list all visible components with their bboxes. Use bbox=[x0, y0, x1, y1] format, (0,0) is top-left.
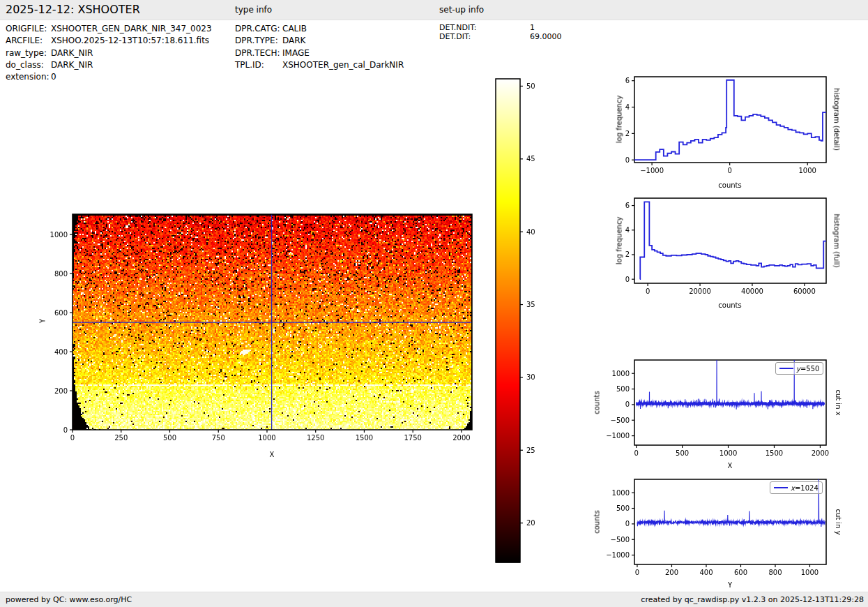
field-label: ARCFILE: bbox=[6, 36, 43, 45]
field-label: TPL.ID: bbox=[235, 60, 264, 70]
field-value: 69.0000 bbox=[530, 32, 562, 41]
hist-full-xlabel: counts bbox=[718, 301, 741, 309]
field-label: DPR.CATG: bbox=[235, 24, 280, 33]
legend-text: y=550 bbox=[796, 365, 819, 373]
field-label: extension: bbox=[6, 72, 50, 82]
cut-y-xlabel: Y bbox=[728, 581, 732, 589]
field-value: XSHOO.2025-12-13T10:57:18.611.fits bbox=[51, 36, 209, 45]
hist-detail-xlabel: counts bbox=[718, 181, 741, 189]
type-info-section-label: type info bbox=[235, 5, 272, 15]
histogram-detail-canvas bbox=[614, 68, 844, 187]
field-value: IMAGE bbox=[282, 48, 310, 58]
cut-y-ylabel: counts bbox=[593, 510, 601, 533]
field-value: DARK_NIR bbox=[51, 60, 93, 70]
field-value: DARK bbox=[282, 36, 305, 45]
main-image-canvas bbox=[42, 202, 495, 471]
field-label: DET.DIT: bbox=[439, 32, 471, 41]
legend-text: x=1024 bbox=[791, 484, 818, 492]
field-label: DET.NDIT: bbox=[439, 23, 477, 32]
field-label: raw_type: bbox=[6, 48, 47, 58]
cut-y-right-label: cut in y bbox=[835, 509, 842, 534]
main-plot-xlabel: X bbox=[270, 451, 275, 458]
field-label: DPR.TYPE: bbox=[235, 36, 278, 45]
cut-x-legend: y=550 bbox=[775, 362, 823, 375]
main-plot-ylabel: Y bbox=[39, 319, 47, 323]
cut-x-ylabel: counts bbox=[593, 391, 601, 414]
field-value: XSHOOTER_gen_cal_DarkNIR bbox=[282, 60, 404, 70]
field-label: DPR.TECH: bbox=[235, 48, 280, 58]
hist-full-right-label: histogram (full) bbox=[833, 213, 841, 267]
cut-x-right-label: cut in x bbox=[835, 389, 842, 415]
hist-detail-ylabel: log frequency bbox=[616, 96, 623, 144]
field-value: 1 bbox=[530, 23, 535, 32]
setup-info-section-label: set-up info bbox=[439, 5, 484, 15]
colorbar-canvas bbox=[488, 73, 558, 570]
page-title: 2025-12-12: XSHOOTER bbox=[6, 3, 140, 16]
field-value: DARK_NIR bbox=[51, 48, 93, 58]
field-value: CALIB bbox=[282, 24, 307, 33]
footer-left-text: powered by QC: www.eso.org/HC bbox=[6, 595, 132, 604]
field-value: 0 bbox=[51, 72, 56, 82]
field-label: do_class: bbox=[6, 60, 44, 70]
legend-line-sample bbox=[779, 368, 793, 369]
cut-x-xlabel: X bbox=[728, 462, 733, 470]
cut-y-legend: x=1024 bbox=[770, 481, 823, 494]
hist-detail-right-label: histogram (detail) bbox=[833, 88, 841, 151]
qc-report-page: 2025-12-12: XSHOOTER type info set-up in… bbox=[0, 0, 868, 607]
field-label: ORIGFILE: bbox=[6, 24, 47, 33]
legend-line-sample bbox=[774, 487, 788, 488]
histogram-full-canvas bbox=[614, 190, 844, 308]
hist-full-ylabel: log frequency bbox=[616, 217, 623, 265]
field-value: XSHOOTER_GEN_DARK_NIR_347_0023 bbox=[51, 24, 212, 33]
footer-right-text: created by qc_rawdisp.py v1.2.3 on 2025-… bbox=[641, 595, 864, 604]
